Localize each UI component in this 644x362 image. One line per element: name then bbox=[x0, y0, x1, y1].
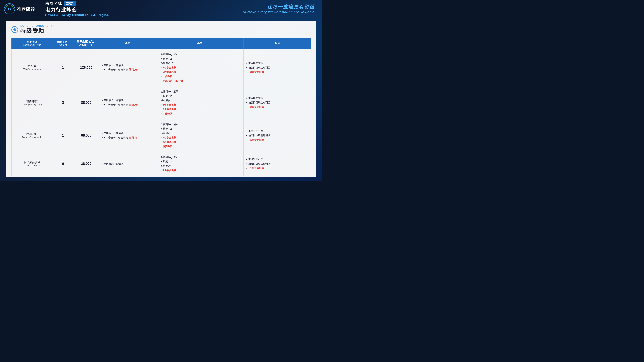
cell-during: 全物料Logo展示X-展架 * 2标准展台*1• 6名参会名额• 6名邀请名额•… bbox=[156, 86, 244, 119]
benefit-item: • 6名邀请名额 bbox=[159, 107, 241, 112]
event-region: 南网区域 bbox=[45, 1, 62, 6]
section-icon-inner bbox=[14, 28, 16, 31]
benefit-item: 品牌展示：邀请函 bbox=[102, 131, 153, 136]
cell-amount-val: 28,000 bbox=[74, 152, 99, 176]
benefit-item: • 广告宣传：柏云网页首页1年 bbox=[102, 103, 153, 107]
cell-during: 全物料Logo展示X-展架 * 2标准展台*1• 4名参会名额 bbox=[156, 152, 244, 176]
benefit-item: 品牌展示：邀请函 bbox=[102, 63, 153, 68]
benefit-item: • 晚宴致辞 bbox=[159, 144, 241, 149]
sponsor-table: 赞助类型 Sponsorship Type 数量（个） Amount 赞助金额（… bbox=[11, 37, 311, 176]
section-labels: SUPER SPONSORSHIP 特级赞助 bbox=[20, 24, 54, 34]
year-badge: 2024 bbox=[64, 1, 76, 6]
benefit-item: 标准展台*1 bbox=[159, 98, 241, 103]
cell-amount-num: 6 bbox=[53, 152, 73, 176]
svg-text:B: B bbox=[8, 6, 11, 11]
cell-post: 重点客户推荐柏云网页联名感谢函• 3篇专题报道 bbox=[244, 49, 311, 86]
type-cn: 总冠名 bbox=[14, 64, 50, 68]
type-en: Co-organizing Entity bbox=[14, 103, 50, 106]
th-post: 会后 bbox=[244, 38, 311, 49]
th-cn-amount-val: 赞助金额（元） bbox=[76, 40, 96, 43]
benefit-item: • 2篇专题报道 bbox=[246, 105, 308, 109]
benefit-item: 品牌展示：邀请函 bbox=[102, 98, 153, 103]
cell-pre: 品牌展示：邀请函 bbox=[99, 152, 156, 176]
th-cn-during: 会中 bbox=[159, 42, 241, 45]
table-row: 晚宴冠名Dinner Sponsorship188,000品牌展示：邀请函• 广… bbox=[12, 119, 311, 152]
benefit-item: • 4名参会名额 bbox=[159, 168, 241, 173]
cell-amount-num: 3 bbox=[53, 86, 73, 119]
section-label-en: SUPER SPONSORSHIP bbox=[20, 24, 54, 27]
th-pre: 会前 bbox=[99, 38, 156, 49]
cell-post: 重点客户推荐柏云网页联名感谢函• 2篇专题报道 bbox=[244, 86, 311, 119]
cell-pre: 品牌展示：邀请函• 广告宣传：柏云网页首页1年 bbox=[99, 86, 156, 119]
benefit-item: X-展架 * 2 bbox=[159, 94, 241, 98]
header-divider bbox=[40, 4, 40, 13]
cell-amount-val: 88,000 bbox=[74, 86, 99, 119]
benefit-item: 重点客户推荐 bbox=[246, 129, 308, 133]
benefit-item: X-展架 * 2 bbox=[159, 126, 241, 131]
company-name: 柏云能源 bbox=[17, 6, 35, 12]
benefit-item: 品牌展示：邀请函 bbox=[102, 162, 153, 166]
main-content: SUPER SPONSORSHIP 特级赞助 赞助类型 Sponsorship … bbox=[6, 21, 316, 177]
cell-during: 全物料Logo展示X-展架 * 2标准展台*1• 6名参会名额• 6名邀请名额•… bbox=[156, 119, 244, 152]
benefit-item: 重点客户推荐 bbox=[246, 96, 308, 100]
benefit-item: • 1篇专题报道 bbox=[246, 138, 308, 142]
table-row: 标准展位赞助Standard Booth628,000品牌展示：邀请函全物料Lo… bbox=[12, 152, 311, 176]
section-icon bbox=[11, 26, 18, 33]
benefit-item: 标准展台*1 bbox=[159, 164, 241, 168]
th-sponsorship-type: 赞助类型 Sponsorship Type bbox=[12, 38, 53, 49]
cell-amount-num: 1 bbox=[53, 119, 73, 152]
type-cn: 协办单位 bbox=[14, 99, 50, 103]
type-cn: 晚宴冠名 bbox=[14, 132, 50, 136]
event-title-en: Power & Energy Summit in CSG Region bbox=[45, 13, 109, 17]
th-cn-type: 赞助类型 bbox=[14, 40, 50, 44]
benefit-item: 标准展台*1 bbox=[159, 131, 241, 136]
benefit-item: X-展架 * 2 bbox=[159, 56, 241, 61]
type-en: Title Sponsorship bbox=[14, 68, 50, 71]
th-en-amount-num: Amount bbox=[56, 44, 70, 46]
slogan-en: To make every kilowatt-hour more valuabl… bbox=[242, 10, 315, 14]
benefit-item: 柏云网页联名感谢函 bbox=[246, 133, 308, 138]
header: B 柏云能源 南网区域 2024 电力行业峰会 Power & Energy S… bbox=[0, 0, 322, 17]
logo-area: B 柏云能源 bbox=[4, 3, 35, 14]
type-en: Standard Booth bbox=[14, 164, 50, 167]
benefit-item: • 3篇专题报道 bbox=[246, 70, 308, 74]
header-right: 让每一度电更有价值 To make every kilowatt-hour mo… bbox=[242, 3, 315, 14]
th-cn-post: 会后 bbox=[246, 42, 308, 45]
benefit-item: • 1篇专题报道 bbox=[246, 166, 308, 170]
cell-amount-val: 128,000 bbox=[74, 49, 99, 86]
table-row: 协办单位Co-organizing Entity388,000品牌展示：邀请函•… bbox=[12, 86, 311, 119]
type-en: Dinner Sponsorship bbox=[14, 136, 50, 139]
section-label-cn: 特级赞助 bbox=[20, 27, 54, 34]
benefit-item: • 广告宣传：柏云网页首页1年 bbox=[102, 135, 153, 140]
benefit-item: • 广告宣传：柏云网页置顶1年 bbox=[102, 67, 153, 72]
cell-amount-val: 88,000 bbox=[74, 119, 99, 152]
benefit-item: 全物料Logo展示 bbox=[159, 89, 241, 94]
benefit-item: • 专属演讲 （25分钟） bbox=[159, 79, 241, 83]
benefit-item: 标准展台1个 bbox=[159, 61, 241, 65]
event-top: 南网区域 2024 bbox=[45, 1, 109, 6]
section-header: SUPER SPONSORSHIP 特级赞助 bbox=[11, 24, 311, 34]
cell-type: 总冠名Title Sponsorship bbox=[12, 49, 53, 86]
benefit-item: • 大会致辞 bbox=[159, 111, 241, 116]
benefit-item: 柏云网页联名感谢函 bbox=[246, 65, 308, 70]
th-cn-pre: 会前 bbox=[102, 42, 153, 45]
header-left: B 柏云能源 南网区域 2024 电力行业峰会 Power & Energy S… bbox=[4, 1, 109, 17]
benefit-item: • 6名邀请名额 bbox=[159, 140, 241, 144]
cell-type: 晚宴冠名Dinner Sponsorship bbox=[12, 119, 53, 152]
benefit-item: 全物料Logo展示 bbox=[159, 52, 241, 56]
table-header-row: 赞助类型 Sponsorship Type 数量（个） Amount 赞助金额（… bbox=[12, 38, 311, 49]
company-logo: B bbox=[4, 3, 15, 14]
benefit-item: 重点客户推荐 bbox=[246, 157, 308, 162]
event-info: 南网区域 2024 电力行业峰会 Power & Energy Summit i… bbox=[45, 1, 109, 17]
th-during: 会中 bbox=[156, 38, 244, 49]
cell-pre: 品牌展示：邀请函• 广告宣传：柏云网页首页1年 bbox=[99, 119, 156, 152]
benefit-item: X-展架 * 2 bbox=[159, 159, 241, 164]
type-cn: 标准展位赞助 bbox=[14, 161, 50, 164]
benefit-item: • 6名参会名额 bbox=[159, 103, 241, 107]
slogan-cn: 让每一度电更有价值 bbox=[242, 3, 315, 10]
benefit-item: • 8名参会名额 bbox=[159, 65, 241, 70]
benefit-item: 柏云网页联名感谢函 bbox=[246, 100, 308, 105]
benefit-item: • 大会致辞 bbox=[159, 74, 241, 79]
benefit-item: 柏云网页联名感谢函 bbox=[246, 162, 308, 166]
benefit-item: • 6名邀请名额 bbox=[159, 70, 241, 74]
